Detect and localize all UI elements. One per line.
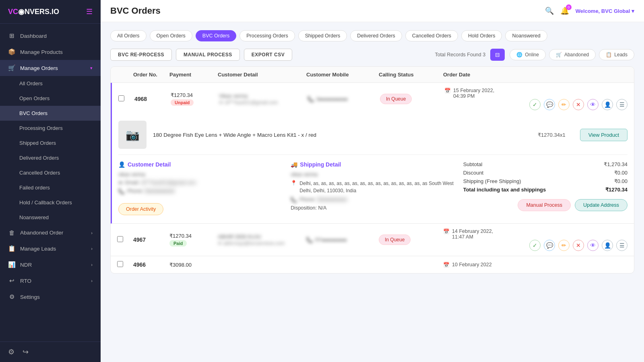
user-icon[interactable]: 👤 [602, 240, 613, 251]
topbar-icons: 🔍 🔔 0 Welcome, BVC Global ▾ [545, 6, 634, 15]
phone-icon: 📞 [308, 96, 314, 102]
sidebar-item-manage-products[interactable]: 📦 Manage Products [0, 44, 101, 60]
sidebar-item-processing-orders[interactable]: Processing Orders [0, 121, 101, 136]
toolbar-right: Total Records Found 3 ⊟ 🌐 Online 🛒 Aband… [435, 49, 634, 61]
hamburger-icon[interactable]: ☰ [86, 7, 93, 16]
status-badge: In Queue [380, 94, 412, 104]
user-icon[interactable]: 👤 [602, 99, 613, 110]
edit-icon[interactable]: ✏ [558, 240, 570, 251]
shipping-detail-title: 🚚 Shipping Detail [291, 161, 455, 168]
tab-pills: All Orders Open Orders BVC Orders Proces… [110, 30, 634, 41]
sidebar-footer: ⚙ ↪ [0, 341, 101, 362]
approve-icon[interactable]: ✓ [529, 240, 541, 251]
welcome-text: Welcome, BVC Global ▾ [576, 8, 634, 14]
sidebar: VC◉NVERS.IO ☰ ⊞ Dashboard 📦 Manage Produ… [0, 0, 101, 362]
notification-icon[interactable]: 🔔 0 [560, 6, 569, 15]
tab-bvc-orders[interactable]: BVC Orders [196, 30, 236, 41]
tab-processing-orders[interactable]: Processing Orders [239, 30, 295, 41]
tab-hold-orders[interactable]: Hold Orders [461, 30, 502, 41]
search-icon[interactable]: 🔍 [545, 6, 554, 15]
tab-all-orders[interactable]: All Orders [110, 30, 147, 41]
sidebar-item-bvc-orders[interactable]: BVC Orders [0, 106, 101, 121]
order-detail: 📷 180 Degree Fish Eye Lens + Wide Angle … [112, 115, 634, 223]
order-activity-button[interactable]: Order Activity [118, 203, 163, 215]
payment-amount: ₹1270.34 [169, 233, 218, 239]
user-detail-icon: 👤 [118, 161, 125, 168]
delete-icon[interactable]: ✕ [573, 99, 584, 110]
customer-detail-cell: Vikas verma ✉ vif***kau021@gmail.com [219, 93, 308, 105]
payment-status-badge: Unpaid [171, 99, 194, 106]
customer-mobile-header: Customer Mobile [306, 72, 379, 78]
footer-settings-icon[interactable]: ⚙ [8, 348, 14, 356]
dropdown-icon[interactable]: ▾ [632, 8, 634, 14]
channel-leads[interactable]: 📋 Leads [599, 49, 634, 60]
welcome-label: Welcome, [576, 8, 600, 14]
notification-badge: 0 [566, 4, 572, 10]
manual-process-bottom-button[interactable]: Manual Process [518, 199, 571, 211]
delete-icon[interactable]: ✕ [573, 240, 584, 251]
sidebar-item-abandoned-order[interactable]: 🗑 Abandoned Order › [0, 225, 101, 241]
sidebar-item-noanswered[interactable]: Noanswered [0, 210, 101, 225]
sidebar-item-label: Noanswered [19, 214, 49, 220]
table-row: 4966 ₹3098.00 📅 10 February 2022 [111, 256, 634, 273]
row-checkbox[interactable] [117, 261, 133, 268]
orders-icon: 🛒 [8, 64, 15, 72]
user-name: BVC Global [601, 8, 630, 14]
product-image: 📷 [118, 121, 147, 149]
sidebar-item-rto[interactable]: ↩ RTO › [0, 273, 101, 289]
email-icon: ✉ [219, 100, 223, 105]
chat-icon[interactable]: 💬 [544, 240, 555, 251]
main-area: BVC Orders 🔍 🔔 0 Welcome, BVC Global ▾ A… [101, 0, 644, 362]
list-icon[interactable]: ☰ [616, 240, 627, 251]
tab-open-orders[interactable]: Open Orders [150, 30, 192, 41]
shipping-row: Shipping (Free Shipping) ₹0.00 [463, 178, 627, 184]
update-address-button[interactable]: Update Address [575, 199, 627, 211]
row-checkbox[interactable] [118, 95, 134, 103]
row-actions: ✓ 💬 ✏ ✕ 👁 👤 ☰ [444, 99, 627, 110]
order-date-cell: 📅 14 February 2022, 11:47 AM ✓ 💬 ✏ ✕ 👁 [443, 228, 627, 251]
sidebar-item-label: RTO [20, 278, 31, 284]
order-date: 📅 10 February 2022 [443, 262, 627, 268]
sidebar-item-label: Delivered Orders [19, 155, 59, 161]
sidebar-item-shipped-orders[interactable]: Shipped Orders [0, 136, 101, 150]
sidebar-item-hold-orders[interactable]: Hold / Callback Orders [0, 195, 101, 210]
sidebar-item-settings[interactable]: ⚙ Settings [0, 289, 101, 305]
order-date: 📅 14 February 2022, 11:47 AM [443, 228, 627, 240]
approve-icon[interactable]: ✓ [529, 99, 541, 110]
detail-columns: 👤 Customer Detail vikas verma ✉ Email: v… [118, 161, 627, 215]
view-icon[interactable]: 👁 [587, 240, 599, 251]
order-number: 4967 [133, 237, 169, 243]
bvc-reprocess-button[interactable]: BVC RE-PROCESS [110, 49, 172, 61]
sidebar-item-manage-leads[interactable]: 📋 Manage Leads › [0, 241, 101, 257]
edit-icon[interactable]: ✏ [558, 99, 570, 110]
sidebar-item-manage-orders[interactable]: 🛒 Manage Orders ▾ [0, 60, 101, 76]
channel-online[interactable]: 🌐 Online [510, 49, 546, 60]
row-actions: ✓ 💬 ✏ ✕ 👁 👤 ☰ [443, 240, 627, 251]
tab-shipped-orders[interactable]: Shipped Orders [298, 30, 347, 41]
manual-process-button[interactable]: MANUAL PROCESS [176, 49, 240, 61]
list-icon[interactable]: ☰ [616, 99, 627, 110]
sidebar-item-cancelled-orders[interactable]: Cancelled Orders [0, 165, 101, 180]
view-icon[interactable]: 👁 [587, 99, 599, 110]
sidebar-item-label: BVC Orders [19, 110, 47, 116]
filter-button[interactable]: ⊟ [490, 49, 505, 61]
sidebar-item-dashboard[interactable]: ⊞ Dashboard [0, 28, 101, 44]
order-summary-section: Subtotal ₹1,270.34 Discount ₹0.00 Shippi… [463, 161, 627, 215]
footer-logout-icon[interactable]: ↪ [23, 348, 29, 356]
sidebar-item-failed-orders[interactable]: Failed orders [0, 180, 101, 195]
chat-icon[interactable]: 💬 [544, 99, 555, 110]
sidebar-item-ndr[interactable]: 📊 NDR › [0, 257, 101, 273]
tab-cancelled-orders[interactable]: Cancelled Orders [405, 30, 458, 41]
view-product-button[interactable]: View Product [580, 129, 627, 141]
tab-noanswered[interactable]: Noanswered [505, 30, 547, 41]
product-row: 📷 180 Degree Fish Eye Lens + Wide Angle … [118, 115, 627, 155]
sidebar-item-all-orders[interactable]: All Orders [0, 76, 101, 91]
disposition: Disposition: N/A [291, 205, 455, 211]
customer-email: ✉ abhir.kuju@bvcservices.com [218, 241, 306, 246]
channel-abandoned[interactable]: 🛒 Abandoned [549, 49, 596, 60]
tab-delivered-orders[interactable]: Delivered Orders [350, 30, 402, 41]
export-csv-button[interactable]: EXPORT CSV [244, 49, 292, 61]
row-checkbox[interactable] [117, 236, 133, 243]
sidebar-item-open-orders[interactable]: Open Orders [0, 91, 101, 106]
sidebar-item-delivered-orders[interactable]: Delivered Orders [0, 150, 101, 165]
